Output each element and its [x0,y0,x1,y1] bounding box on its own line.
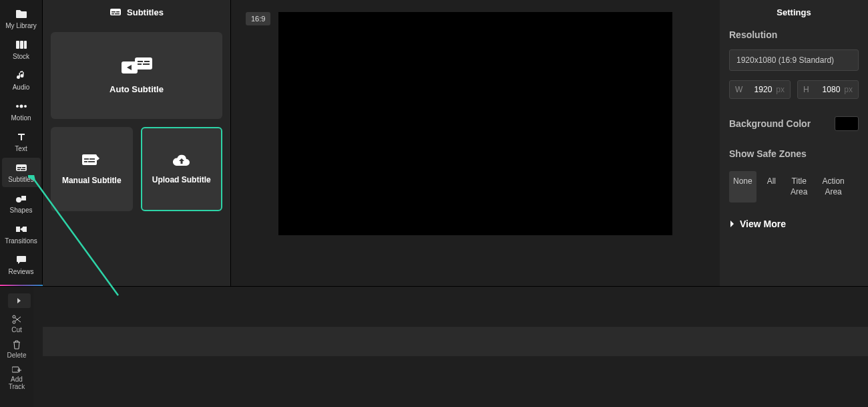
stock-icon [14,39,29,51]
tool-label: Delete [7,352,27,359]
scissors-icon [12,315,21,324]
rail-stock[interactable]: Stock [2,35,41,64]
safe-zones-label: Show Safe Zones [729,148,859,159]
rail-label: Subtitles [8,176,33,183]
rail-reviews[interactable]: Reviews [2,250,41,279]
cloud-upload-icon [172,154,191,167]
svg-point-3 [16,105,19,108]
auto-subtitle-card[interactable]: Auto Subtitle [51,32,222,119]
timeline-tracks[interactable] [33,287,868,407]
safe-zone-all[interactable]: All [763,171,780,202]
text-icon [14,131,29,143]
add-track-tool[interactable]: Add Track [9,366,25,390]
height-label: H [803,85,809,94]
width-value: 1920 [754,85,773,94]
upload-subtitle-card[interactable]: Upload Subtitle [141,127,223,211]
svg-rect-28 [89,158,95,160]
rail-my-library[interactable]: My Library [2,4,41,33]
bg-color-label: Background Color [729,118,811,129]
svg-rect-25 [143,63,150,65]
chevron-right-icon [729,220,734,228]
svg-rect-17 [116,11,120,13]
bg-color-swatch[interactable] [835,116,859,131]
svg-rect-0 [16,41,19,49]
svg-rect-23 [144,61,150,62]
svg-rect-7 [17,167,21,168]
svg-rect-9 [17,169,20,170]
svg-point-34 [13,321,15,323]
px-unit: px [776,85,785,94]
rail-label: Shapes [10,207,33,214]
svg-rect-1 [20,41,23,49]
svg-rect-10 [21,169,25,170]
tool-label: Cut [11,326,22,333]
auto-subtitle-icon [122,57,152,76]
rail-motion[interactable]: Motion [2,96,41,126]
height-input[interactable]: H 1080 px [797,80,859,99]
chat-icon [14,254,29,266]
panel-title: Subtitles [127,7,164,17]
manual-subtitle-icon [82,153,101,168]
rail-label: Motion [11,114,31,122]
svg-rect-30 [88,161,95,162]
music-icon [14,70,29,82]
rail-shapes[interactable]: Shapes [2,188,41,218]
safe-zone-title[interactable]: Title Area [787,171,811,202]
transitions-icon [14,223,29,235]
svg-rect-24 [138,63,142,65]
rail-label: Text [15,145,27,152]
safe-zone-none[interactable]: None [729,171,756,202]
svg-rect-13 [16,227,20,232]
svg-rect-19 [115,13,120,15]
view-more-label: View More [740,219,786,229]
width-input[interactable]: W 1920 px [729,80,791,99]
svg-rect-22 [138,61,143,62]
width-label: W [735,85,742,94]
svg-rect-18 [112,13,114,15]
card-label: Manual Subtitle [62,176,122,185]
motion-icon [14,100,29,112]
shapes-icon [14,192,29,205]
svg-point-11 [16,197,21,202]
rail-subtitles[interactable]: Subtitles [2,158,41,187]
svg-rect-14 [23,227,27,232]
trash-icon [13,340,21,350]
safe-zone-action[interactable]: Action Area [818,171,848,202]
resolution-label: Resolution [729,29,859,40]
svg-point-5 [24,105,27,108]
px-unit: px [844,85,853,94]
subtitles-icon [110,8,122,16]
timeline-track-row[interactable] [43,327,868,356]
svg-rect-29 [84,161,87,162]
manual-subtitle-card[interactable]: Manual Subtitle [51,127,133,211]
svg-rect-2 [24,41,27,49]
resolution-select[interactable]: 1920x1080 (16:9 Standard) [729,49,859,71]
svg-rect-35 [12,367,19,372]
svg-point-33 [13,315,15,318]
rail-label: Audio [13,84,30,91]
svg-rect-8 [22,167,25,168]
folder-icon [14,8,29,20]
collapse-toggle[interactable] [8,293,31,308]
rail-text[interactable]: Text [2,127,41,156]
rail-label: Reviews [9,268,34,275]
delete-tool[interactable]: Delete [7,340,27,359]
card-label: Upload Subtitle [152,175,211,184]
aspect-ratio-badge[interactable]: 16:9 [246,12,270,25]
svg-point-4 [19,105,23,108]
video-preview[interactable] [278,12,672,235]
svg-rect-16 [112,11,116,13]
rail-label: Transitions [5,237,37,245]
rail-transitions[interactable]: Transitions [2,219,41,249]
subtitles-icon [14,162,29,174]
view-more-toggle[interactable]: View More [729,219,859,229]
cut-tool[interactable]: Cut [11,315,22,333]
svg-rect-27 [84,158,89,160]
rail-label: Stock [13,53,29,60]
height-value: 1080 [823,85,841,94]
settings-title: Settings [720,0,868,24]
timeline: Cut Delete Add Track [0,286,868,407]
card-label: Auto Subtitle [110,84,164,94]
rail-audio[interactable]: Audio [2,65,41,95]
timeline-tools: Cut Delete Add Track [0,287,33,407]
